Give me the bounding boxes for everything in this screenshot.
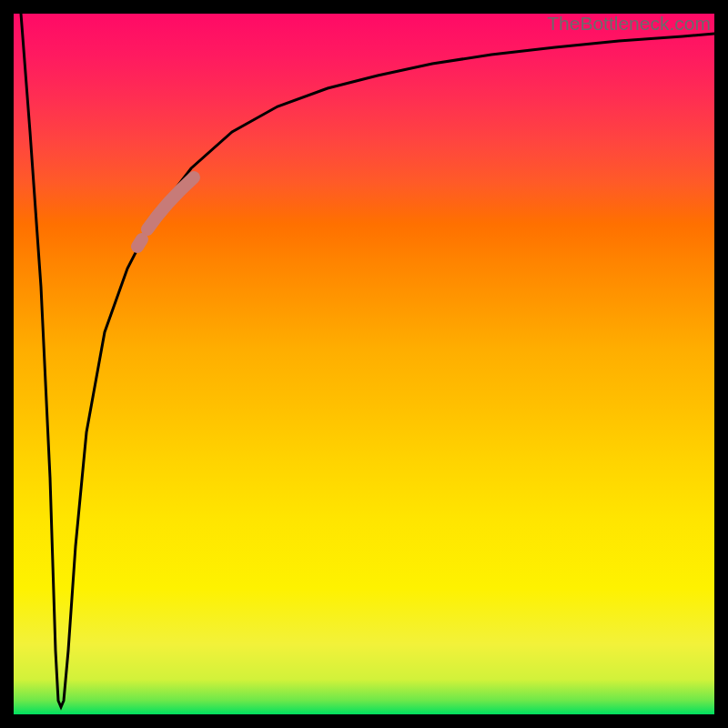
plot-area: TheBottleneck.com xyxy=(14,14,714,714)
chart-svg xyxy=(14,14,714,714)
highlight-segment-dot xyxy=(137,239,142,247)
highlight-segment-path xyxy=(147,177,194,229)
chart-frame: TheBottleneck.com xyxy=(0,0,728,728)
bottleneck-curve-path xyxy=(21,14,714,707)
